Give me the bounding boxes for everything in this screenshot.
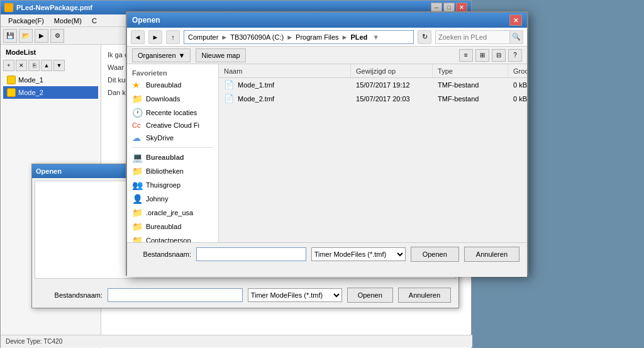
mode-icon-2 — [7, 88, 16, 97]
save-btn[interactable]: 💾 — [3, 29, 17, 43]
favorites-header: Favorieten — [127, 67, 218, 78]
nav-label-johnny: Johnny — [146, 195, 213, 203]
mode-label-1: Mode_1 — [18, 76, 43, 84]
file-icon-2: 📄 — [224, 94, 234, 103]
nav-computer[interactable]: 💻 Bureaublad — [127, 150, 218, 164]
mode-item-1[interactable]: Mode_1 — [3, 74, 98, 86]
copy-mode-btn[interactable]: ⎘ — [28, 60, 40, 71]
nav-label-bureaublad-fav: Bureaublad — [146, 81, 213, 89]
path-computer[interactable]: Computer — [188, 33, 218, 41]
settings-btn[interactable]: ⚙ — [50, 29, 64, 43]
back-nav-btn[interactable]: ◄ — [131, 30, 145, 44]
nav-label-thuisgroep: Thuisgroep — [146, 181, 213, 189]
nav-contactperson[interactable]: 📁 Contactperson — [127, 233, 218, 242]
dialog-toolbar: Organiseren ▼ Nieuwe map ≡ ⊞ ⊟ ? — [127, 47, 527, 64]
dialog-titlebar: Openen ✕ — [127, 13, 527, 28]
nav-recente[interactable]: 🕐 Recente locaties — [127, 106, 218, 120]
file-row-1[interactable]: 📄 Mode_1.tmf 15/07/2017 19:12 TMF-bestan… — [219, 78, 527, 92]
open-dialog: Openen ✕ ◄ ► ↑ Computer ► TB3076090A (C:… — [126, 11, 528, 276]
file-name-2: 📄 Mode_2.tmf — [219, 94, 351, 103]
up-mode-btn[interactable]: ▲ — [41, 60, 52, 71]
nav-label-contact: Contactperson — [146, 237, 213, 242]
filename-row: Bestandsnaam: Timer ModeFiles (*.tmf) Op… — [135, 247, 519, 262]
bg-filename-input[interactable] — [108, 288, 243, 302]
run-btn[interactable]: ▶ — [35, 29, 48, 43]
dialog-title: Openen — [132, 16, 160, 25]
nav-creative-cloud[interactable]: Cc Creative Cloud Fi — [127, 120, 218, 131]
filetype-select[interactable]: Timer ModeFiles (*.tmf) — [311, 247, 406, 261]
col-header-date[interactable]: Gewijzigd op — [351, 64, 433, 77]
file-area: Naam Gewijzigd op Type Grootte 📄 Mode_1.… — [219, 64, 527, 242]
organize-label: Organiseren — [138, 52, 176, 59]
up-nav-btn[interactable]: ↑ — [166, 30, 180, 44]
panel-title: ModeList — [3, 47, 98, 57]
dialog-win-controls: ✕ — [508, 14, 522, 26]
user-icon: 👤 — [132, 194, 142, 204]
mode-item-2[interactable]: Mode_2 — [3, 86, 98, 99]
path-program-files[interactable]: Program Files — [296, 33, 338, 41]
address-bar: ◄ ► ↑ Computer ► TB3076090A (C:) ► Progr… — [127, 28, 527, 47]
search-container: 🔍 — [435, 30, 523, 44]
path-drive[interactable]: TB3076090A (C:) — [230, 33, 284, 41]
file-date-1: 15/07/2017 19:12 — [351, 81, 433, 89]
menu-mode[interactable]: Mode(M) — [49, 16, 87, 26]
nav-label-oracle: .oracle_jre_usa — [146, 209, 213, 216]
file-row-2[interactable]: 📄 Mode_2.tmf 15/07/2017 20:03 TMF-bestan… — [219, 92, 527, 106]
delete-mode-btn[interactable]: ✕ — [16, 60, 27, 71]
nav-bureaublad-comp[interactable]: 📁 Bureaublad — [127, 220, 218, 233]
open-file-btn[interactable]: Openen — [411, 247, 459, 262]
bg-open-title: Openen — [36, 167, 62, 175]
refresh-btn[interactable]: ↻ — [418, 30, 431, 44]
col-header-type[interactable]: Type — [433, 64, 508, 77]
file-label-1: Mode_1.tmf — [238, 81, 274, 89]
folder-icon-contact: 📁 — [132, 235, 142, 242]
nav-johnny[interactable]: 👤 Johnny — [127, 192, 218, 206]
nav-label-recente: Recente locaties — [146, 109, 213, 116]
folder-icon-oracle: 📁 — [132, 208, 142, 218]
address-path[interactable]: Computer ► TB3076090A (C:) ► Program Fil… — [184, 30, 414, 44]
bg-open-btn[interactable]: Openen — [347, 288, 393, 303]
nav-bureaublad-fav[interactable]: ★ Bureaublad — [127, 78, 218, 92]
open-btn[interactable]: 📂 — [19, 29, 33, 43]
new-folder-btn[interactable]: Nieuwe map — [196, 48, 245, 62]
view-details-btn[interactable]: ⊞ — [475, 49, 489, 62]
nav-label-bib: Bibliotheken — [146, 167, 213, 175]
bg-cancel-btn[interactable]: Annuleren — [398, 288, 451, 303]
bg-filetype-select[interactable]: Timer ModeFiles (*.tmf) — [248, 288, 342, 302]
help-btn[interactable]: ? — [508, 49, 522, 62]
folder-icon-bureau: 📁 — [132, 222, 142, 232]
file-column-headers: Naam Gewijzigd op Type Grootte — [219, 64, 527, 78]
folder-icon-bib: 📁 — [132, 166, 142, 176]
view-large-btn[interactable]: ⊟ — [492, 49, 506, 62]
path-pled[interactable]: PLed — [350, 33, 367, 41]
col-header-size[interactable]: Grootte — [508, 64, 527, 77]
nav-skydrive[interactable]: ☁ SkyDrive — [127, 131, 218, 145]
file-name-1: 📄 Mode_1.tmf — [219, 80, 351, 89]
menu-c[interactable]: C — [87, 16, 102, 26]
status-bar: Device Type: TC420 — [1, 335, 472, 347]
skydrive-icon: ☁ — [132, 133, 142, 143]
add-mode-btn[interactable]: + — [3, 60, 14, 71]
file-type-2: TMF-bestand — [433, 95, 508, 103]
organize-btn[interactable]: Organiseren ▼ — [132, 48, 191, 62]
col-header-name[interactable]: Naam — [219, 64, 351, 77]
file-icon-1: 📄 — [224, 80, 234, 89]
search-btn[interactable]: 🔍 — [509, 30, 523, 44]
mode-icon-1 — [7, 76, 16, 84]
nav-downloads[interactable]: 📁 Downloads — [127, 92, 218, 106]
forward-nav-btn[interactable]: ► — [148, 30, 162, 44]
group-icon: 👥 — [132, 180, 142, 190]
filename-input[interactable] — [196, 247, 306, 261]
file-area-wrapper: Naam Gewijzigd op Type Grootte 📄 Mode_1.… — [219, 64, 527, 242]
view-list-btn[interactable]: ≡ — [459, 49, 473, 62]
bg-open-bottom: Bestandsnaam: Timer ModeFiles (*.tmf) Op… — [32, 281, 458, 315]
dialog-close-btn[interactable]: ✕ — [509, 14, 522, 26]
file-size-1: 0 kB — [508, 81, 527, 89]
down-mode-btn[interactable]: ▼ — [53, 60, 65, 71]
nav-oracle[interactable]: 📁 .oracle_jre_usa — [127, 206, 218, 220]
nav-thuisgroep[interactable]: 👥 Thuisgroep — [127, 178, 218, 192]
menu-package[interactable]: Package(F) — [3, 16, 49, 26]
cancel-file-btn[interactable]: Annuleren — [464, 247, 519, 262]
panel-toolbar: + ✕ ⎘ ▲ ▼ — [3, 60, 98, 71]
nav-bibliotheken[interactable]: 📁 Bibliotheken — [127, 164, 218, 178]
